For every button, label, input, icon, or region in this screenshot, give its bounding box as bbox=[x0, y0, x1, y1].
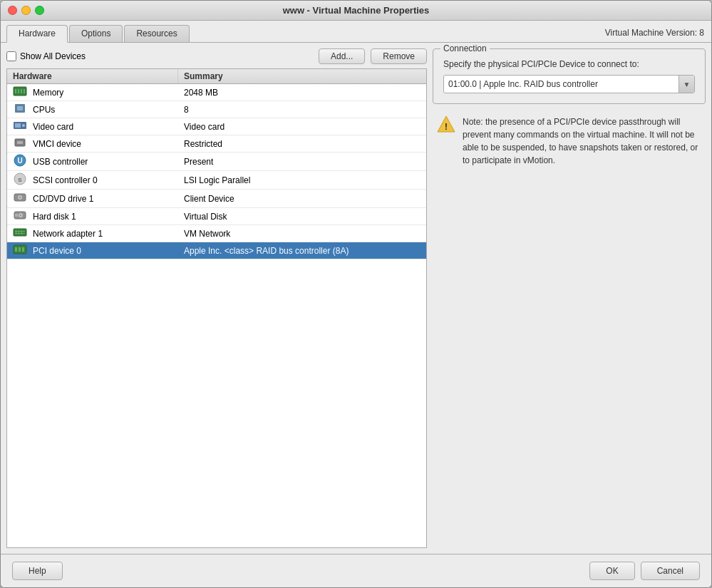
svg-rect-23 bbox=[14, 229, 26, 236]
row-device-icon bbox=[7, 120, 33, 133]
chevron-down-icon[interactable]: ▼ bbox=[679, 76, 694, 93]
remove-button[interactable]: Remove bbox=[371, 48, 427, 64]
connection-box: Connection Specify the physical PCI/PCIe… bbox=[433, 48, 706, 104]
table-row[interactable]: Memory2048 MB bbox=[7, 84, 426, 101]
connection-description: Specify the physical PCI/PCIe Device to … bbox=[443, 59, 695, 69]
row-device-name: Hard disk 1 bbox=[33, 212, 178, 222]
row-device-icon bbox=[7, 227, 33, 240]
row-device-name: CPUs bbox=[33, 105, 178, 115]
svg-point-18 bbox=[19, 197, 21, 198]
row-device-name: Memory bbox=[33, 88, 178, 98]
ok-button[interactable]: OK bbox=[589, 562, 634, 580]
svg-rect-6 bbox=[17, 106, 23, 110]
svg-rect-11 bbox=[17, 141, 23, 144]
row-device-summary: Apple Inc. <class> RAID bus controller (… bbox=[178, 246, 426, 256]
show-all-devices-text: Show All Devices bbox=[20, 51, 86, 61]
right-panel: Connection Specify the physical PCI/PCIe… bbox=[433, 48, 706, 548]
warning-triangle-icon: ! bbox=[437, 115, 455, 133]
svg-rect-3 bbox=[21, 89, 22, 93]
svg-rect-2 bbox=[18, 89, 19, 93]
svg-rect-4 bbox=[24, 89, 25, 93]
row-device-summary: Virtual Disk bbox=[178, 212, 426, 222]
ok-cancel-group: OK Cancel bbox=[589, 562, 700, 580]
svg-rect-9 bbox=[22, 124, 25, 127]
hardware-table: Hardware Summary Memory2048 MBCPUs8Video… bbox=[6, 68, 427, 548]
row-device-summary: VM Network bbox=[178, 229, 426, 239]
table-row[interactable]: VMCI deviceRestricted bbox=[7, 135, 426, 153]
svg-rect-24 bbox=[15, 231, 25, 232]
row-device-summary: Client Device bbox=[178, 194, 426, 204]
warning-box: ! Note: the presence of a PCI/PCIe devic… bbox=[433, 111, 706, 171]
row-device-name: VMCI device bbox=[33, 139, 178, 149]
svg-text:!: ! bbox=[445, 121, 448, 132]
row-device-icon bbox=[7, 137, 33, 150]
svg-text:S: S bbox=[18, 177, 22, 183]
svg-rect-30 bbox=[15, 247, 17, 252]
add-button[interactable]: Add... bbox=[319, 48, 365, 64]
row-device-summary: Present bbox=[178, 157, 426, 167]
table-row[interactable]: SSCSI controller 0LSI Logic Parallel bbox=[7, 171, 426, 190]
svg-point-21 bbox=[20, 215, 21, 216]
table-row[interactable]: CPUs8 bbox=[7, 101, 426, 118]
row-device-name: Video card bbox=[33, 122, 178, 132]
table-row[interactable]: Hard disk 1Virtual Disk bbox=[7, 208, 426, 225]
warning-text: Note: the presence of a PCI/PCIe device … bbox=[463, 115, 701, 167]
row-device-icon bbox=[7, 191, 33, 206]
table-row[interactable]: Network adapter 1VM Network bbox=[7, 225, 426, 242]
row-device-name: CD/DVD drive 1 bbox=[33, 194, 178, 204]
table-body: Memory2048 MBCPUs8Video cardVideo cardVM… bbox=[7, 84, 426, 259]
window-title: www - Virtual Machine Properties bbox=[283, 5, 430, 16]
svg-text:U: U bbox=[17, 157, 22, 165]
vm-version-label: Virtual Machine Version: 8 bbox=[605, 28, 704, 38]
table-header: Hardware Summary bbox=[7, 69, 426, 84]
row-device-summary: Restricted bbox=[178, 139, 426, 149]
window-controls bbox=[8, 6, 44, 15]
table-row[interactable]: PCI device 0Apple Inc. <class> RAID bus … bbox=[7, 242, 426, 259]
table-row[interactable]: CD/DVD drive 1Client Device bbox=[7, 190, 426, 208]
svg-rect-26 bbox=[16, 230, 16, 234]
svg-rect-27 bbox=[19, 230, 19, 234]
table-row[interactable]: UUSB controllerPresent bbox=[7, 153, 426, 171]
row-device-icon: S bbox=[7, 172, 33, 187]
row-device-icon bbox=[7, 86, 33, 99]
svg-rect-28 bbox=[21, 230, 22, 234]
maximize-button[interactable] bbox=[35, 6, 44, 15]
left-panel: Show All Devices Add... Remove Hardware … bbox=[6, 48, 427, 548]
warning-icon: ! bbox=[437, 115, 455, 134]
row-device-name: USB controller bbox=[33, 157, 178, 167]
row-device-name: SCSI controller 0 bbox=[33, 175, 178, 185]
row-device-icon bbox=[7, 103, 33, 116]
svg-rect-25 bbox=[15, 233, 25, 234]
row-device-summary: LSI Logic Parallel bbox=[178, 175, 426, 185]
header-summary: Summary bbox=[178, 69, 426, 83]
svg-rect-32 bbox=[22, 247, 24, 252]
row-device-icon bbox=[7, 210, 33, 223]
table-row[interactable]: Video cardVideo card bbox=[7, 118, 426, 135]
row-device-summary: Video card bbox=[178, 122, 426, 132]
tab-options[interactable]: Options bbox=[69, 25, 123, 42]
row-device-name: Network adapter 1 bbox=[33, 229, 178, 239]
svg-rect-22 bbox=[15, 214, 18, 217]
close-button[interactable] bbox=[8, 6, 17, 15]
show-all-devices-label[interactable]: Show All Devices bbox=[6, 51, 86, 61]
svg-rect-31 bbox=[19, 247, 21, 252]
tab-hardware[interactable]: Hardware bbox=[6, 25, 68, 43]
cancel-button[interactable]: Cancel bbox=[641, 562, 700, 580]
connection-select-wrap[interactable]: 01:00.0 | Apple Inc. RAID bus controller… bbox=[443, 75, 695, 93]
titlebar: www - Virtual Machine Properties bbox=[1, 1, 711, 21]
header-hardware: Hardware bbox=[7, 69, 178, 83]
tab-bar: Hardware Options Resources Virtual Machi… bbox=[1, 21, 711, 43]
show-all-devices-checkbox[interactable] bbox=[6, 51, 16, 61]
connection-select[interactable]: 01:00.0 | Apple Inc. RAID bus controller bbox=[444, 79, 679, 89]
row-device-name: PCI device 0 bbox=[33, 246, 178, 256]
row-device-icon bbox=[7, 244, 33, 257]
row-device-summary: 2048 MB bbox=[178, 88, 426, 98]
tab-resources[interactable]: Resources bbox=[124, 25, 189, 42]
bottom-bar: Help OK Cancel bbox=[1, 554, 711, 587]
minimize-button[interactable] bbox=[21, 6, 31, 15]
help-button[interactable]: Help bbox=[12, 562, 63, 580]
svg-rect-8 bbox=[15, 123, 21, 128]
row-device-summary: 8 bbox=[178, 105, 426, 115]
svg-rect-1 bbox=[15, 89, 16, 93]
toolbar: Show All Devices Add... Remove bbox=[6, 48, 427, 64]
